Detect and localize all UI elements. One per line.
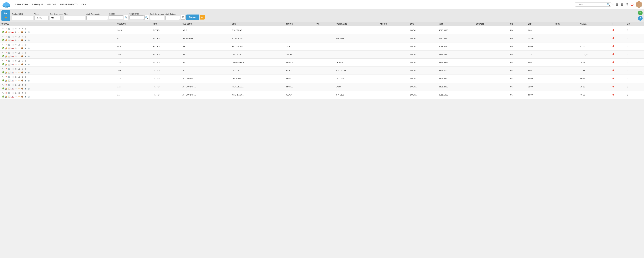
truck-icon[interactable]: 🚚	[5, 63, 8, 66]
grid1-icon[interactable]: ⊞	[21, 67, 24, 70]
barcode-icon[interactable]: ▮▮	[11, 51, 14, 54]
delete-icon[interactable]: ✕	[5, 27, 8, 30]
grid1-icon[interactable]: ⊞	[21, 51, 24, 54]
car-icon[interactable]: 🚗	[11, 95, 14, 98]
window1-icon[interactable]: ▣	[24, 39, 27, 42]
chart-icon[interactable]: 📊	[8, 47, 11, 50]
input-codigo[interactable]	[12, 16, 33, 20]
box-icon[interactable]: 📦	[21, 87, 24, 90]
window2-icon[interactable]: ▤	[27, 39, 30, 42]
star-icon[interactable]: ☆	[18, 71, 20, 74]
grid1-icon[interactable]: ⊞	[21, 75, 24, 78]
copy1-icon[interactable]: ⧉	[14, 51, 17, 54]
car-icon[interactable]: 🚗	[11, 79, 14, 82]
window1-icon[interactable]: ▣	[24, 55, 27, 58]
window2-icon[interactable]: ▤	[27, 47, 30, 50]
star-icon[interactable]: ☆	[18, 87, 20, 90]
leaf-icon[interactable]: 🌿	[2, 79, 4, 82]
gear-icon[interactable]: ⚙	[14, 95, 17, 98]
input-obs[interactable]	[64, 16, 85, 20]
car-icon[interactable]: 🚗	[11, 87, 14, 90]
box-icon[interactable]: 📦	[21, 71, 24, 74]
input-cod-fabricante[interactable]	[86, 16, 108, 20]
leaf-icon[interactable]: 🌿	[2, 31, 4, 34]
input-cod-conversao[interactable]	[150, 16, 164, 20]
star-icon[interactable]: ☆	[18, 39, 20, 42]
company-icon[interactable]: 🏢	[8, 67, 11, 70]
grid2-icon[interactable]: ▦	[24, 43, 27, 46]
gear-icon[interactable]: ⚙	[14, 71, 17, 74]
chart-icon[interactable]: 📊	[8, 39, 11, 42]
window1-icon[interactable]: ▣	[24, 79, 27, 82]
star-icon[interactable]: ★	[4, 15, 7, 19]
doc-icon[interactable]: ❏	[18, 92, 20, 94]
truck-icon[interactable]: 🚚	[5, 55, 8, 58]
box-icon[interactable]: 📦	[21, 79, 24, 82]
add-button[interactable]: +	[638, 11, 642, 15]
doc-icon[interactable]: ❏	[18, 59, 20, 62]
car-icon[interactable]: 🚗	[11, 31, 14, 34]
star-icon[interactable]: ☆	[18, 95, 20, 98]
grid2-icon[interactable]: ▦	[24, 92, 27, 94]
star-icon[interactable]: ☆	[18, 47, 20, 50]
copy1-icon[interactable]: ⧉	[14, 59, 17, 62]
leaf-icon[interactable]: 🌿	[2, 55, 4, 58]
edit-icon[interactable]: ✎	[2, 67, 4, 70]
window1-icon[interactable]: ▣	[24, 95, 27, 98]
chart-icon[interactable]: 📊	[8, 31, 11, 34]
edit-icon[interactable]: ✎	[2, 92, 4, 94]
doc-icon[interactable]: ❏	[18, 83, 20, 86]
doc-icon[interactable]: ❏	[18, 67, 20, 70]
grid2-icon[interactable]: ▦	[24, 35, 27, 38]
gear-icon[interactable]: ⚙	[14, 63, 17, 66]
barcode-icon[interactable]: ▮▮	[11, 92, 14, 94]
chart-icon[interactable]: 📊	[8, 55, 11, 58]
window2-icon[interactable]: ▤	[27, 63, 30, 66]
company-icon[interactable]: 🏢	[8, 75, 11, 78]
window2-icon[interactable]: ▤	[27, 55, 30, 58]
doc-icon[interactable]: ❏	[18, 35, 20, 38]
star-icon[interactable]: ☆	[18, 79, 20, 82]
barcode-icon[interactable]: ▮▮	[11, 43, 14, 46]
grid1-icon[interactable]: ⊞	[21, 83, 24, 86]
box-icon[interactable]: 📦	[21, 47, 24, 50]
copy1-icon[interactable]: ⧉	[14, 27, 17, 30]
barcode-icon[interactable]: ▮▮	[11, 59, 14, 62]
col-codigo[interactable]: CODIGO ↑	[116, 22, 151, 26]
company-icon[interactable]: 🏢	[8, 51, 11, 54]
gear-icon[interactable]: ⚙	[14, 47, 17, 50]
doc-icon[interactable]: ❏	[18, 75, 20, 78]
gear-icon[interactable]: ⚙	[14, 31, 17, 34]
window2-icon[interactable]: ▤	[27, 71, 30, 74]
leaf-icon[interactable]: 🌿	[2, 39, 4, 42]
barcode-icon[interactable]: ▮▮	[11, 27, 14, 30]
delete-icon[interactable]: ✕	[5, 92, 8, 94]
input-sub-desc[interactable]	[50, 16, 60, 20]
car-icon[interactable]: 🚗	[11, 71, 14, 74]
gear-icon[interactable]: ⚙	[14, 39, 17, 42]
edit-icon[interactable]: ✎	[2, 27, 4, 30]
grid2-icon[interactable]: ▦	[24, 27, 27, 30]
star-icon[interactable]: ☆	[18, 63, 20, 66]
input-marca[interactable]	[109, 16, 123, 20]
grid2-icon[interactable]: ▦	[24, 51, 27, 54]
truck-icon[interactable]: 🚚	[5, 87, 8, 90]
grid1-icon[interactable]: ⊞	[21, 92, 24, 94]
company-icon[interactable]: 🏢	[8, 35, 11, 38]
truck-icon[interactable]: 🚚	[5, 71, 8, 74]
window1-icon[interactable]: ▣	[24, 63, 27, 66]
gear-icon[interactable]: ⚙	[14, 87, 17, 90]
car-icon[interactable]: 🚗	[11, 55, 14, 58]
grid2-icon[interactable]: ▦	[24, 83, 27, 86]
copy1-icon[interactable]: ⧉	[14, 75, 17, 78]
grid1-icon[interactable]: ⊞	[21, 27, 24, 30]
nav-crm[interactable]: CRM	[81, 3, 87, 7]
nav-vendas[interactable]: VENDAS	[46, 3, 57, 7]
nav-faturamento[interactable]: FATURAMENTO	[60, 3, 78, 7]
grid1-icon[interactable]: ⊞	[21, 35, 24, 38]
leaf-icon[interactable]: 🌿	[2, 71, 4, 74]
settings-icon[interactable]: ⚙	[626, 3, 628, 7]
search-button[interactable]: 🔍	[607, 3, 610, 6]
barcode-icon[interactable]: ▮▮	[11, 67, 14, 70]
barcode-icon[interactable]: ▮▮	[11, 75, 14, 78]
